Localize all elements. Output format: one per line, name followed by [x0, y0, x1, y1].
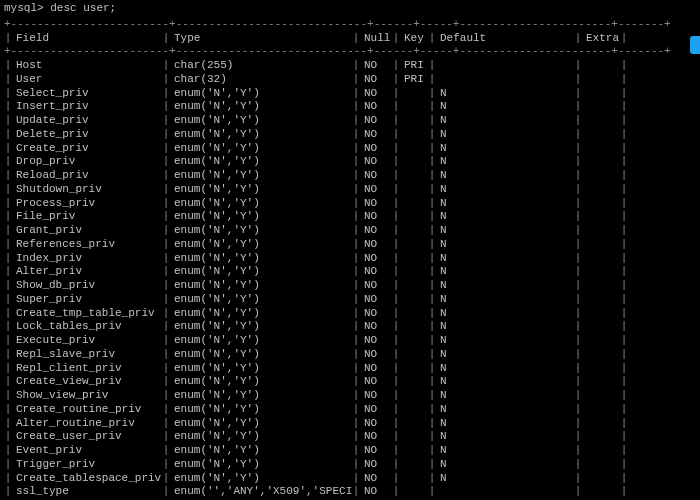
col-separator: | [352, 224, 360, 238]
cell-type: enum('N','Y') [170, 444, 352, 458]
cell-null: NO [360, 210, 392, 224]
col-separator: | [162, 252, 170, 266]
table-row: |Super_priv|enum('N','Y')|NO||N|| [4, 293, 696, 307]
cell-extra [582, 183, 620, 197]
col-separator: | [4, 155, 12, 169]
cell-null: NO [360, 430, 392, 444]
col-separator: | [620, 334, 628, 348]
col-separator: | [620, 389, 628, 403]
col-separator: | [392, 32, 400, 46]
cell-default: N [436, 265, 574, 279]
col-separator: | [4, 362, 12, 376]
cell-default: N [436, 362, 574, 376]
cell-default: N [436, 169, 574, 183]
cell-default: N [436, 142, 574, 156]
col-separator: | [428, 210, 436, 224]
cell-null: NO [360, 485, 392, 499]
col-separator: | [428, 485, 436, 499]
cell-field: Process_priv [12, 197, 162, 211]
cell-extra [582, 472, 620, 486]
col-separator: | [574, 320, 582, 334]
col-separator: | [162, 320, 170, 334]
col-separator: | [162, 307, 170, 321]
table-row: |Insert_priv|enum('N','Y')|NO||N|| [4, 100, 696, 114]
table-row: |Show_view_priv|enum('N','Y')|NO||N|| [4, 389, 696, 403]
table-row: |Alter_routine_priv|enum('N','Y')|NO||N|… [4, 417, 696, 431]
col-separator: | [162, 224, 170, 238]
cell-type: enum('N','Y') [170, 87, 352, 101]
col-separator: | [162, 403, 170, 417]
cell-null: NO [360, 389, 392, 403]
table-body: |Host|char(255)|NO|PRI||||User|char(32)|… [4, 59, 696, 500]
cell-null: NO [360, 307, 392, 321]
cell-field: File_priv [12, 210, 162, 224]
cell-null: NO [360, 197, 392, 211]
col-separator: | [574, 389, 582, 403]
cell-extra [582, 224, 620, 238]
col-separator: | [4, 87, 12, 101]
col-separator: | [574, 375, 582, 389]
cell-extra [582, 155, 620, 169]
table-border-sep: +------------------------+--------------… [4, 45, 696, 59]
col-separator: | [352, 485, 360, 499]
table-row: |Update_priv|enum('N','Y')|NO||N|| [4, 114, 696, 128]
col-separator: | [4, 59, 12, 73]
col-separator: | [162, 197, 170, 211]
cell-extra [582, 59, 620, 73]
table-row: |Delete_priv|enum('N','Y')|NO||N|| [4, 128, 696, 142]
cell-key [400, 169, 428, 183]
table-row: |Create_tablespace_priv|enum('N','Y')|NO… [4, 472, 696, 486]
col-separator: | [162, 59, 170, 73]
cell-field: Delete_priv [12, 128, 162, 142]
col-separator: | [620, 320, 628, 334]
cell-key [400, 485, 428, 499]
col-separator: | [392, 307, 400, 321]
col-separator: | [428, 128, 436, 142]
col-separator: | [392, 293, 400, 307]
col-separator: | [574, 169, 582, 183]
col-separator: | [574, 73, 582, 87]
col-separator: | [620, 114, 628, 128]
cell-type: enum('N','Y') [170, 252, 352, 266]
cell-field: Execute_priv [12, 334, 162, 348]
col-separator: | [352, 362, 360, 376]
table-row: |Index_priv|enum('N','Y')|NO||N|| [4, 252, 696, 266]
col-separator: | [4, 197, 12, 211]
col-separator: | [428, 430, 436, 444]
col-separator: | [428, 362, 436, 376]
cell-extra [582, 403, 620, 417]
cell-default: N [436, 417, 574, 431]
cell-key [400, 348, 428, 362]
cell-field: Grant_priv [12, 224, 162, 238]
col-separator: | [620, 128, 628, 142]
col-separator: | [352, 114, 360, 128]
col-separator: | [574, 155, 582, 169]
col-separator: | [428, 73, 436, 87]
col-separator: | [428, 307, 436, 321]
cell-default: N [436, 444, 574, 458]
cell-field: Super_priv [12, 293, 162, 307]
cell-default: N [436, 224, 574, 238]
cell-null: NO [360, 238, 392, 252]
cell-type: char(32) [170, 73, 352, 87]
cell-type: enum('','ANY','X509','SPECIFIED') [170, 485, 352, 499]
cell-field: User [12, 73, 162, 87]
side-tab-icon[interactable] [690, 36, 700, 54]
col-separator: | [574, 252, 582, 266]
cell-default: N [436, 472, 574, 486]
cell-extra [582, 389, 620, 403]
cell-default: N [436, 100, 574, 114]
cell-extra [582, 238, 620, 252]
mysql-prompt[interactable]: mysql> desc user; [4, 2, 696, 16]
col-separator: | [574, 403, 582, 417]
cell-field: Create_tmp_table_priv [12, 307, 162, 321]
col-separator: | [620, 73, 628, 87]
cell-extra [582, 87, 620, 101]
col-separator: | [392, 375, 400, 389]
col-separator: | [574, 472, 582, 486]
cell-type: enum('N','Y') [170, 320, 352, 334]
cell-key [400, 375, 428, 389]
col-separator: | [574, 485, 582, 499]
col-separator: | [620, 403, 628, 417]
col-separator: | [620, 485, 628, 499]
